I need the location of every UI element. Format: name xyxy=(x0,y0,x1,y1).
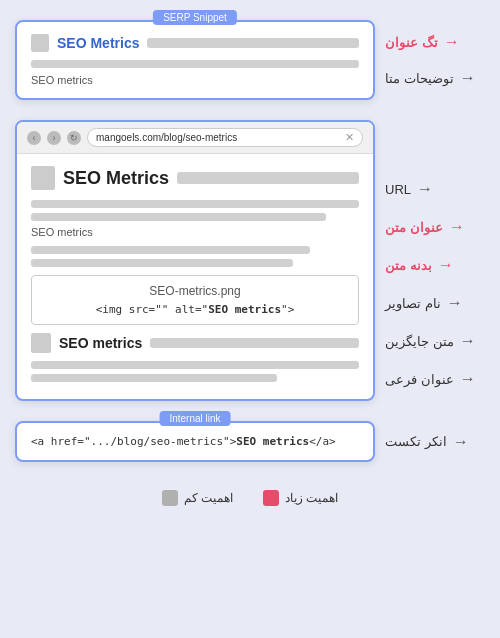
bc-subheading-row: SEO metrics xyxy=(31,333,359,353)
bc-subtitle: SEO metrics xyxy=(31,226,359,238)
legend-item-high: اهمیت زیاد xyxy=(263,490,338,506)
browser-label-sub: عنوان فرعی xyxy=(385,372,454,387)
bc-body-line-6 xyxy=(31,374,277,382)
browser-forward-btn[interactable]: › xyxy=(47,131,61,145)
arrow-icon-body: → xyxy=(438,256,454,274)
bc-title-image xyxy=(31,166,55,190)
bc-title-row: SEO Metrics xyxy=(31,166,359,190)
browser-label-row-body: → بدنه متن xyxy=(385,256,454,274)
arrow-icon-1: → xyxy=(444,33,460,51)
link-labels: → انکر تکست xyxy=(385,433,485,451)
serp-card: SERP Snippet SEO Metrics SEO metrics xyxy=(15,20,375,100)
main-container: → تگ عنوان → توضیحات متا SERP Snippet SE… xyxy=(0,0,500,530)
browser-label-alt: متن جایگزین xyxy=(385,334,454,349)
browser-toolbar: ‹ › ↻ mangoels.com/blog/seo-metrics ✕ xyxy=(17,122,373,154)
arrow-icon-img: → xyxy=(447,294,463,312)
bc-image-block: SEO-metrics.png <img src="" alt="SEO met… xyxy=(31,275,359,325)
serp-section: → تگ عنوان → توضیحات متا SERP Snippet SE… xyxy=(15,20,485,100)
arrow-icon-url: → xyxy=(417,180,433,198)
browser-url-bar[interactable]: mangoels.com/blog/seo-metrics ✕ xyxy=(87,128,363,147)
browser-content: SEO Metrics SEO metrics SEO-metrics.png … xyxy=(17,154,373,399)
bc-body-line-1 xyxy=(31,200,359,208)
browser-labels: → URL → عنوان متن → بدنه متن → نام تصاوی… xyxy=(385,120,485,388)
link-badge: Internal link xyxy=(159,411,230,426)
bc-subheading-bar xyxy=(150,338,359,348)
serp-desc-text: SEO metrics xyxy=(31,74,359,86)
legend-high-box xyxy=(263,490,279,506)
arrow-icon-title: → xyxy=(449,218,465,236)
browser-back-btn[interactable]: ‹ xyxy=(27,131,41,145)
browser-label-row-url: → URL xyxy=(385,180,433,198)
legend-high-label: اهمیت زیاد xyxy=(285,491,338,505)
browser-label-row-title: → عنوان متن xyxy=(385,218,465,236)
serp-title-row: SEO Metrics xyxy=(31,34,359,52)
browser-refresh-btn[interactable]: ↻ xyxy=(67,131,81,145)
serp-desc-bar-1 xyxy=(31,60,359,68)
arrow-icon-sub: → xyxy=(460,370,476,388)
arrow-icon-alt: → xyxy=(460,332,476,350)
bc-body-line-3 xyxy=(31,246,310,254)
bc-alt-code: <img src="" alt="SEO metrics"> xyxy=(40,303,350,316)
browser-label-img: نام تصاویر xyxy=(385,296,441,311)
browser-label-row-img: → نام تصاویر xyxy=(385,294,463,312)
arrow-icon-anchor: → xyxy=(453,433,469,451)
arrow-icon-2: → xyxy=(460,69,476,87)
serp-label-2: توضیحات متا xyxy=(385,71,454,86)
browser-section: → URL → عنوان متن → بدنه متن → نام تصاوی… xyxy=(15,120,485,401)
legend-low-box xyxy=(162,490,178,506)
link-card: Internal link <a href=".../blog/seo-metr… xyxy=(15,421,375,462)
serp-favicon xyxy=(31,34,49,52)
legend: اهمیت زیاد اهمیت کم xyxy=(15,482,485,510)
serp-title-bar xyxy=(147,38,359,48)
link-section: → انکر تکست Internal link <a href=".../b… xyxy=(15,421,485,462)
bc-body-line-2 xyxy=(31,213,326,221)
browser-label-row-sub: → عنوان فرعی xyxy=(385,370,476,388)
serp-badge: SERP Snippet xyxy=(153,10,237,25)
link-label-row-anchor: → انکر تکست xyxy=(385,433,469,451)
link-code: <a href=".../blog/seo-metrics">SEO metri… xyxy=(31,435,359,448)
browser-close-icon: ✕ xyxy=(345,131,354,144)
bc-main-title: SEO Metrics xyxy=(63,168,169,189)
bc-body-line-5 xyxy=(31,361,359,369)
link-label-anchor: انکر تکست xyxy=(385,434,447,449)
bc-subheading-text: SEO metrics xyxy=(59,335,142,351)
browser-label-title: عنوان متن xyxy=(385,220,443,235)
legend-low-label: اهمیت کم xyxy=(184,491,233,505)
browser-card: ‹ › ↻ mangoels.com/blog/seo-metrics ✕ SE… xyxy=(15,120,375,401)
bc-body-line-4 xyxy=(31,259,293,267)
bc-image-filename: SEO-metrics.png xyxy=(40,284,350,298)
bc-title-bar xyxy=(177,172,359,184)
browser-label-row-alt: → متن جایگزین xyxy=(385,332,476,350)
bc-subheading-image xyxy=(31,333,51,353)
browser-url-text: mangoels.com/blog/seo-metrics xyxy=(96,132,237,143)
serp-label-row-2: → توضیحات متا xyxy=(385,69,476,87)
legend-item-low: اهمیت کم xyxy=(162,490,233,506)
browser-label-body: بدنه متن xyxy=(385,258,432,273)
browser-label-url: URL xyxy=(385,182,411,197)
serp-label-1: تگ عنوان xyxy=(385,35,438,50)
serp-title: SEO Metrics xyxy=(57,35,139,51)
serp-label-row-1: → تگ عنوان xyxy=(385,33,460,51)
serp-labels: → تگ عنوان → توضیحات متا xyxy=(385,33,485,87)
